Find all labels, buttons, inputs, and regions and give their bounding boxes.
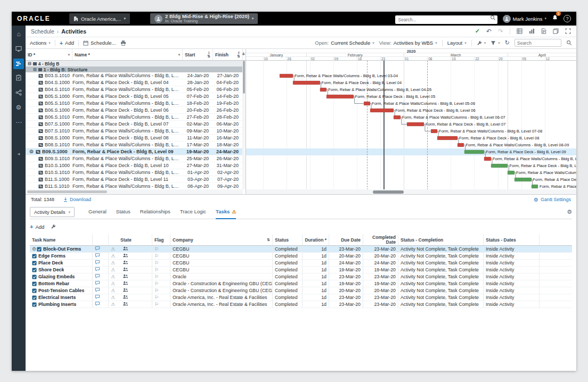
task-checkbox-icon[interactable] [32,302,37,307]
comment-icon[interactable] [95,280,100,287]
vertical-scrollbar[interactable] [242,61,246,189]
gantt-bar[interactable] [407,122,424,126]
gantt-bar[interactable] [508,171,514,175]
panel-settings-icon[interactable]: ⚙ [567,209,572,215]
org-selector[interactable]: Oracle America,... ▾ [69,13,130,24]
document-icon[interactable] [541,28,546,34]
activity-row[interactable]: B07.S.1000Form, Rebar & Place Deck - Bld… [26,121,243,128]
gantt-bar[interactable] [431,129,438,133]
task-checkbox-icon[interactable] [32,261,37,265]
sidebar-item-home[interactable]: ⌂ [12,28,26,40]
filter-menu[interactable]: ▾ [491,40,500,46]
gantt-bar[interactable] [514,178,532,181]
search-icon[interactable] [490,15,496,21]
column-header-due-date[interactable]: Due Date [329,234,363,245]
activity-group-row[interactable]: ⊟1 - Bldg B: Structure [26,67,243,72]
columns-icon[interactable] [517,28,522,34]
gantt-bar[interactable] [458,143,464,147]
flag-icon[interactable]: ⚐ [154,274,159,279]
activity-row[interactable]: B11.S.1000Form, Rebar & Place Deck - Bld… [26,176,243,183]
sidebar-item-more[interactable]: ⋯ [12,116,26,129]
task-row[interactable]: Glazing Embeds⚠⚐OracleCompleted1d23-Mar-… [30,273,572,280]
column-header-comment[interactable] [93,234,109,245]
user-menu[interactable]: Mark Jenkins ▾ [503,15,546,23]
flag-icon[interactable]: ⚐ [154,246,159,252]
sidebar-item-dashboards[interactable] [12,43,26,55]
task-row[interactable]: Place Deck⚠⚐CEGBUCompleted1d24-Mar-2024-… [30,260,572,267]
notifications-button[interactable]: 1 [552,14,558,23]
task-checkbox-icon[interactable] [37,247,42,252]
flag-icon[interactable]: ⚐ [154,288,159,293]
column-header-duration[interactable]: Duration * [303,234,329,245]
global-search-input[interactable] [395,15,497,24]
tab-tasks[interactable]: Tasks⚠ [216,205,236,219]
tab-trace-logic[interactable]: Trace Logic [180,205,206,219]
row-settings-icon[interactable]: ⚙ [29,149,34,154]
activity-row[interactable]: B05.S.1010Form, Rebar & Place Walls/Colu… [26,100,243,107]
actions-menu[interactable]: Actions▾ [30,40,51,46]
activity-row[interactable]: B10.S.1010Form, Rebar & Place Walls/Colu… [26,169,243,176]
sidebar-collapse-handle[interactable]: ◂ [12,151,26,156]
sidebar-item-schedule[interactable] [13,59,24,69]
column-header-completed-date[interactable]: Completed Date [363,234,398,245]
print-button[interactable] [120,40,126,46]
toolbar-search-input[interactable] [514,39,561,47]
gantt-settings-link[interactable]: ⚙Gantt Settings [534,197,571,203]
comment-icon[interactable] [95,294,100,301]
comment-icon[interactable] [95,301,100,308]
flag-icon[interactable]: ⚐ [154,295,159,300]
row-settings-icon[interactable]: ⚙ [32,246,36,252]
column-header-task-name[interactable]: Task Name [30,234,93,245]
open-selector[interactable]: Open:Current Schedule▾ [315,40,374,46]
flag-icon[interactable]: ⚐ [154,302,159,307]
gantt-bar[interactable] [464,150,485,154]
gantt-bar[interactable] [532,185,538,188]
gantt-bar[interactable] [491,164,508,168]
scrollbar-thumb[interactable] [373,190,404,194]
download-link[interactable]: Download [63,197,91,202]
activity-row[interactable]: B06.S.1010Form, Rebar & Place Walls/Colu… [26,114,243,121]
column-header-status[interactable]: Status [273,234,303,245]
activity-row[interactable]: B06.S.1000Form, Rebar & Place Deck - Bld… [26,107,243,114]
details-selector[interactable]: Activity Details▾ [30,207,75,217]
reports-icon[interactable] [529,28,535,34]
activity-row[interactable]: B07.S.1010Form, Rebar & Place Walls/Colu… [26,128,243,135]
task-row[interactable]: Electrical Inserts⚠⚐Oracle America, Inc.… [30,294,572,301]
gantt-bar[interactable] [326,95,353,98]
task-checkbox-icon[interactable] [32,281,37,286]
gantt-bar[interactable] [280,74,293,78]
scrollbar-thumb[interactable] [243,61,245,94]
layout-menu[interactable]: Layout▾ [447,40,467,46]
flag-icon[interactable]: ⚐ [154,267,159,272]
breadcrumb-section[interactable]: Schedule [31,28,54,35]
gantt-chart-area[interactable]: Form, Rebar & Place Walls/Columns - Bldg… [246,61,576,190]
filter-chevron-icon[interactable]: ▾ [68,53,70,57]
filter-chevron-icon[interactable]: ▾ [178,53,180,57]
task-row[interactable]: Edge Forms⚠⚐CEGBUCompleted1d20-Mar-2020-… [30,253,572,260]
tools-menu[interactable]: ▾ [477,40,486,46]
task-row[interactable]: Post-Tension Cables⚠⚐Oracle - Constructi… [30,287,572,294]
comment-icon[interactable] [95,246,100,252]
tab-general[interactable]: General [88,205,107,219]
activity-row[interactable]: B04.S.1010Form, Rebar & Place Walls/Colu… [26,86,243,93]
tab-relationships[interactable]: Relationships [140,205,170,219]
redo-icon[interactable]: ↷ [498,28,503,35]
column-header-flag[interactable]: Flag [152,234,170,245]
gantt-bar[interactable] [370,109,394,112]
view-selector[interactable]: View:Activities by WBS▾ [379,40,437,46]
schedule-button[interactable]: Schedule... [83,40,116,46]
activity-row[interactable]: B09.S.1010Form, Rebar & Place Walls/Colu… [26,155,243,162]
add-column-button[interactable]: + [242,51,245,57]
task-checkbox-icon[interactable] [32,254,37,259]
copy-icon[interactable] [553,28,559,34]
column-header-start[interactable]: Start1⇅ [183,49,213,60]
task-tools-icon[interactable] [51,224,56,229]
column-header-status-completion[interactable]: Status - Completion [398,234,484,245]
collapse-icon[interactable]: ⊟ [28,61,31,66]
table-horizontal-scrollbar[interactable] [26,189,243,194]
undo-icon[interactable]: ↶ [486,28,492,35]
column-header-id[interactable]: ID *▾ [26,49,72,60]
comment-icon[interactable] [95,260,100,266]
flag-icon[interactable]: ⚐ [154,281,159,286]
expand-icon[interactable] [565,28,571,34]
